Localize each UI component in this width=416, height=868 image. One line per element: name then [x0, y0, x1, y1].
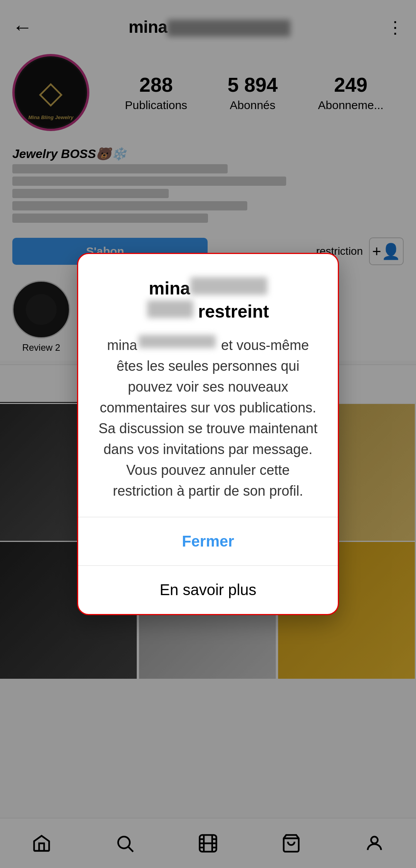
- modal-restreint-text: restreint: [198, 301, 269, 321]
- modal-desc-username: mina: [107, 337, 137, 353]
- modal-title-blurred2: [147, 300, 193, 318]
- modal-overlay: mina restreint mina et vous-même êtes le…: [0, 0, 416, 868]
- restriction-modal: mina restreint mina et vous-même êtes le…: [77, 253, 339, 615]
- modal-description: mina et vous-même êtes les seules person…: [97, 335, 319, 501]
- modal-username: mina: [149, 278, 190, 298]
- modal-desc-text: et vous-même êtes les seules personnes q…: [99, 337, 317, 499]
- modal-username-blurred: [190, 277, 267, 295]
- modal-desc-blurred: [139, 335, 216, 348]
- learn-more-button[interactable]: En savoir plus: [78, 566, 338, 614]
- close-button[interactable]: Fermer: [78, 517, 338, 565]
- modal-title: mina restreint: [97, 277, 319, 323]
- modal-body: mina restreint mina et vous-même êtes le…: [78, 254, 338, 517]
